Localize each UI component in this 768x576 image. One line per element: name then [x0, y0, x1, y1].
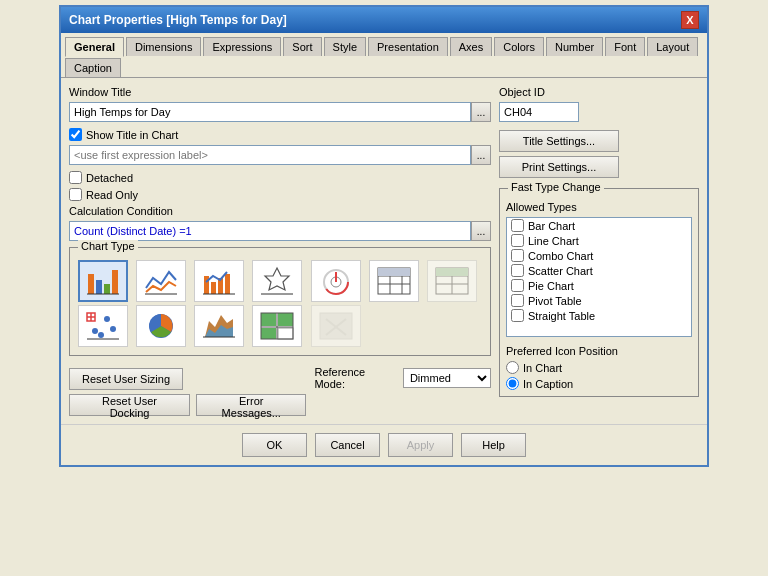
checkbox-scatter-chart[interactable] — [511, 264, 524, 277]
left-panel: Window Title ... Show Title in Chart — [69, 86, 491, 416]
right-panel: Object ID Title Settings... Print Settin… — [499, 86, 699, 416]
tab-dimensions[interactable]: Dimensions — [126, 37, 201, 56]
checkbox-straight-table[interactable] — [511, 309, 524, 322]
reset-docking-button[interactable]: Reset User Docking — [69, 394, 190, 416]
chart-icon-quadrant[interactable] — [252, 305, 302, 347]
chart-icon-pie[interactable] — [136, 305, 186, 347]
in-caption-radio[interactable] — [506, 377, 519, 390]
settings-buttons: Title Settings... Print Settings... — [499, 130, 699, 178]
in-caption-row: In Caption — [506, 377, 692, 390]
window-title-ellipsis-btn[interactable]: ... — [471, 102, 491, 122]
tab-expressions[interactable]: Expressions — [203, 37, 281, 56]
main-content: Window Title ... Show Title in Chart — [61, 78, 707, 424]
svg-rect-9 — [225, 274, 230, 294]
print-settings-button[interactable]: Print Settings... — [499, 156, 619, 178]
cancel-button[interactable]: Cancel — [315, 433, 380, 457]
subtitle-ellipsis-btn[interactable]: ... — [471, 145, 491, 165]
calc-condition-ellipsis-btn[interactable]: ... — [471, 221, 491, 241]
error-messages-button[interactable]: Error Messages... — [196, 394, 306, 416]
list-item-line: Line Chart — [507, 233, 691, 248]
pivot-table-label: Pivot Table — [528, 295, 582, 307]
object-id-group: Object ID — [499, 86, 699, 122]
window-title-label: Window Title — [69, 86, 491, 98]
line-chart-label: Line Chart — [528, 235, 579, 247]
svg-rect-0 — [88, 274, 94, 294]
checkbox-pivot-table[interactable] — [511, 294, 524, 307]
tab-general[interactable]: General — [65, 37, 124, 57]
tab-font[interactable]: Font — [605, 37, 645, 56]
tab-layout[interactable]: Layout — [647, 37, 698, 56]
list-item-pie: Pie Chart — [507, 278, 691, 293]
fast-type-group: Fast Type Change Allowed Types Bar Chart… — [499, 188, 699, 397]
detached-checkbox[interactable] — [69, 171, 82, 184]
chart-type-grid — [74, 252, 486, 351]
list-item-bar: Bar Chart — [507, 218, 691, 233]
dialog-container: Chart Properties [High Temps for Day] X … — [59, 5, 709, 467]
window-title-input[interactable] — [69, 102, 471, 122]
svg-point-34 — [98, 332, 104, 338]
tab-sort[interactable]: Sort — [283, 37, 321, 56]
bottom-bar: OK Cancel Apply Help — [61, 424, 707, 465]
svg-point-32 — [92, 328, 98, 334]
object-id-input[interactable] — [499, 102, 579, 122]
apply-button[interactable]: Apply — [388, 433, 453, 457]
in-caption-label: In Caption — [523, 378, 573, 390]
chart-icon-extra[interactable] — [311, 305, 361, 347]
close-button[interactable]: X — [681, 11, 699, 29]
chart-type-label: Chart Type — [78, 240, 138, 252]
calc-condition-input[interactable] — [69, 221, 471, 241]
chart-icon-area[interactable] — [194, 305, 244, 347]
subtitle-input[interactable] — [69, 145, 471, 165]
tab-colors[interactable]: Colors — [494, 37, 544, 56]
chart-icon-combo[interactable] — [194, 260, 244, 302]
chart-icon-bar[interactable] — [78, 260, 128, 302]
help-button[interactable]: Help — [461, 433, 526, 457]
title-bar: Chart Properties [High Temps for Day] X — [61, 7, 707, 33]
chart-icon-straight-table[interactable] — [427, 260, 477, 302]
read-only-checkbox[interactable] — [69, 188, 82, 201]
tab-number[interactable]: Number — [546, 37, 603, 56]
checkbox-line-chart[interactable] — [511, 234, 524, 247]
dialog-title: Chart Properties [High Temps for Day] — [69, 13, 287, 27]
title-settings-button[interactable]: Title Settings... — [499, 130, 619, 152]
tab-style[interactable]: Style — [324, 37, 366, 56]
tab-axes[interactable]: Axes — [450, 37, 492, 56]
svg-rect-41 — [278, 313, 293, 326]
in-chart-radio[interactable] — [506, 361, 519, 374]
svg-rect-22 — [378, 268, 410, 276]
reference-mode-select[interactable]: Dimmed Hide Show — [403, 368, 491, 388]
chart-icon-scatter[interactable] — [252, 260, 302, 302]
ok-button[interactable]: OK — [242, 433, 307, 457]
utility-buttons: Reset User Sizing — [69, 368, 306, 390]
allowed-types-list: Bar Chart Line Chart Combo Chart Sc — [506, 217, 692, 337]
utility-buttons2: Reset User Docking Error Messages... — [69, 394, 306, 416]
show-title-row: Show Title in Chart — [69, 128, 491, 141]
svg-rect-2 — [104, 284, 110, 294]
svg-rect-3 — [112, 270, 118, 294]
svg-rect-6 — [204, 276, 209, 294]
checkbox-combo-chart[interactable] — [511, 249, 524, 262]
bar-chart-label: Bar Chart — [528, 220, 575, 232]
list-item-scatter: Scatter Chart — [507, 263, 691, 278]
tab-caption[interactable]: Caption — [65, 58, 121, 77]
list-item-straight: Straight Table — [507, 308, 691, 323]
read-only-row: Read Only — [69, 188, 491, 201]
chart-icon-gauge[interactable] — [311, 260, 361, 302]
preferred-icon-label: Preferred Icon Position — [506, 345, 692, 357]
chart-icon-table[interactable] — [369, 260, 419, 302]
calc-condition-input-group: ... — [69, 221, 491, 241]
combo-chart-label: Combo Chart — [528, 250, 593, 262]
chart-type-group: Chart Type — [69, 247, 491, 356]
chart-icon-scatter2[interactable] — [78, 305, 128, 347]
show-title-checkbox[interactable] — [69, 128, 82, 141]
in-chart-label: In Chart — [523, 362, 562, 374]
checkbox-bar-chart[interactable] — [511, 219, 524, 232]
tab-presentation[interactable]: Presentation — [368, 37, 448, 56]
checkbox-pie-chart[interactable] — [511, 279, 524, 292]
svg-rect-42 — [261, 328, 276, 339]
reset-sizing-button[interactable]: Reset User Sizing — [69, 368, 183, 390]
svg-rect-1 — [96, 280, 102, 294]
list-item-pivot: Pivot Table — [507, 293, 691, 308]
chart-icon-line[interactable] — [136, 260, 186, 302]
svg-marker-11 — [265, 268, 289, 290]
